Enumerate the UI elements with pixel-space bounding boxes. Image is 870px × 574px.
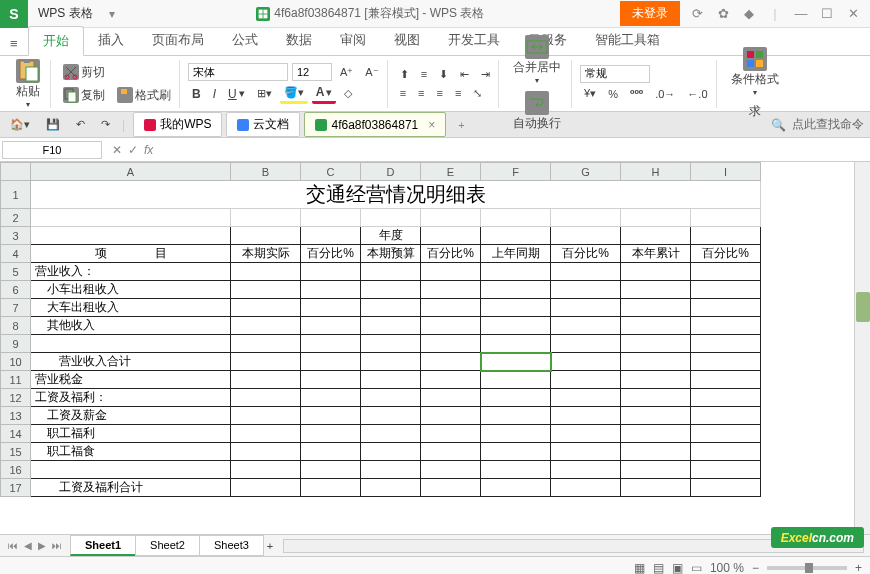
cell-G16[interactable] — [551, 461, 621, 479]
ribbon-tab-4[interactable]: 数据 — [272, 26, 326, 55]
cell-I4[interactable]: 百分比% — [691, 245, 761, 263]
cell-I16[interactable] — [691, 461, 761, 479]
cell-G12[interactable] — [551, 389, 621, 407]
cell-F9[interactable] — [481, 335, 551, 353]
ribbon-tab-2[interactable]: 页面布局 — [138, 26, 218, 55]
cell-F16[interactable] — [481, 461, 551, 479]
ribbon-tab-0[interactable]: 开始 — [28, 26, 84, 56]
row-header-4[interactable]: 4 — [1, 245, 31, 263]
zoom-level[interactable]: 100 % — [710, 561, 744, 575]
sheet-nav-next-icon[interactable]: ▶ — [36, 540, 48, 551]
cell-C8[interactable] — [301, 317, 361, 335]
cell-E12[interactable] — [421, 389, 481, 407]
help-icon[interactable]: ◆ — [740, 6, 758, 21]
doc-tab-0[interactable]: 我的WPS — [133, 112, 222, 137]
cell-H14[interactable] — [621, 425, 691, 443]
cell-A13[interactable]: 工资及薪金 — [31, 407, 231, 425]
font-color-button[interactable]: A▾ — [312, 83, 337, 104]
dropdown-icon[interactable]: ▾ — [103, 7, 121, 21]
cell-B5[interactable] — [231, 263, 301, 281]
cell-D4[interactable]: 本期预算 — [361, 245, 421, 263]
align-middle-button[interactable]: ≡ — [417, 66, 431, 82]
cell-G6[interactable] — [551, 281, 621, 299]
ribbon-tab-3[interactable]: 公式 — [218, 26, 272, 55]
cell[interactable] — [481, 209, 551, 227]
cell-A3[interactable] — [31, 227, 231, 245]
ribbon-tab-6[interactable]: 视图 — [380, 26, 434, 55]
cell-C7[interactable] — [301, 299, 361, 317]
row-header-7[interactable]: 7 — [1, 299, 31, 317]
cell-B7[interactable] — [231, 299, 301, 317]
cell-H17[interactable] — [621, 479, 691, 497]
cell-H3[interactable] — [621, 227, 691, 245]
comma-button[interactable]: ººº — [626, 85, 647, 103]
close-button[interactable]: ✕ — [844, 6, 862, 21]
cell-I8[interactable] — [691, 317, 761, 335]
view-page-icon[interactable]: ▤ — [653, 561, 664, 575]
row-header-8[interactable]: 8 — [1, 317, 31, 335]
cell-D17[interactable] — [361, 479, 421, 497]
vertical-scrollbar[interactable] — [854, 162, 870, 534]
add-sheet-button[interactable]: + — [263, 538, 277, 554]
cell-H6[interactable] — [621, 281, 691, 299]
cell-E13[interactable] — [421, 407, 481, 425]
cell-F8[interactable] — [481, 317, 551, 335]
cell-F14[interactable] — [481, 425, 551, 443]
cell-B11[interactable] — [231, 371, 301, 389]
cell-H10[interactable] — [621, 353, 691, 371]
cell-G17[interactable] — [551, 479, 621, 497]
cell-B16[interactable] — [231, 461, 301, 479]
search-hint[interactable]: 点此查找命令 — [792, 116, 864, 133]
cell-D12[interactable] — [361, 389, 421, 407]
login-button[interactable]: 未登录 — [620, 1, 680, 26]
ribbon-tab-9[interactable]: 智能工具箱 — [581, 26, 674, 55]
align-top-button[interactable]: ⬆ — [396, 66, 413, 83]
cell-D5[interactable] — [361, 263, 421, 281]
zoom-out-button[interactable]: − — [752, 561, 759, 575]
cell-B17[interactable] — [231, 479, 301, 497]
cell-E3[interactable] — [421, 227, 481, 245]
clear-format-button[interactable]: ◇ — [340, 85, 356, 102]
copy-button[interactable]: 复制 — [59, 85, 109, 106]
currency-button[interactable]: ¥▾ — [580, 85, 600, 102]
number-format-select[interactable] — [580, 65, 650, 83]
cell-F13[interactable] — [481, 407, 551, 425]
align-center-button[interactable]: ≡ — [414, 85, 428, 101]
cell-B8[interactable] — [231, 317, 301, 335]
row-header-12[interactable]: 12 — [1, 389, 31, 407]
percent-button[interactable]: % — [604, 86, 622, 102]
ribbon-tab-7[interactable]: 开发工具 — [434, 26, 514, 55]
cell-H15[interactable] — [621, 443, 691, 461]
cell-A4[interactable]: 项 目 — [31, 245, 231, 263]
conditional-format-button[interactable]: 条件格式▾ — [725, 45, 785, 99]
cell-C4[interactable]: 百分比% — [301, 245, 361, 263]
cell-B4[interactable]: 本期实际 — [231, 245, 301, 263]
font-size-select[interactable] — [292, 63, 332, 81]
align-left-button[interactable]: ≡ — [396, 85, 410, 101]
home-icon[interactable]: 🏠▾ — [6, 116, 34, 133]
cell-D11[interactable] — [361, 371, 421, 389]
cell-D14[interactable] — [361, 425, 421, 443]
reading-view-icon[interactable]: ▭ — [691, 561, 702, 575]
col-header-I[interactable]: I — [691, 163, 761, 181]
col-header-E[interactable]: E — [421, 163, 481, 181]
cell-I10[interactable] — [691, 353, 761, 371]
cell[interactable] — [231, 209, 301, 227]
cell-A12[interactable]: 工资及福利： — [31, 389, 231, 407]
sheet-tab-Sheet2[interactable]: Sheet2 — [135, 535, 200, 556]
cell-D7[interactable] — [361, 299, 421, 317]
cell-E17[interactable] — [421, 479, 481, 497]
cell-D16[interactable] — [361, 461, 421, 479]
row-header-9[interactable]: 9 — [1, 335, 31, 353]
cell-C10[interactable] — [301, 353, 361, 371]
cell-D8[interactable] — [361, 317, 421, 335]
cell-C9[interactable] — [301, 335, 361, 353]
cell[interactable] — [361, 209, 421, 227]
row-header-6[interactable]: 6 — [1, 281, 31, 299]
cell-D13[interactable] — [361, 407, 421, 425]
cell-C12[interactable] — [301, 389, 361, 407]
cell-A7[interactable]: 大车出租收入 — [31, 299, 231, 317]
row-header-5[interactable]: 5 — [1, 263, 31, 281]
row-header-10[interactable]: 10 — [1, 353, 31, 371]
cell-D9[interactable] — [361, 335, 421, 353]
